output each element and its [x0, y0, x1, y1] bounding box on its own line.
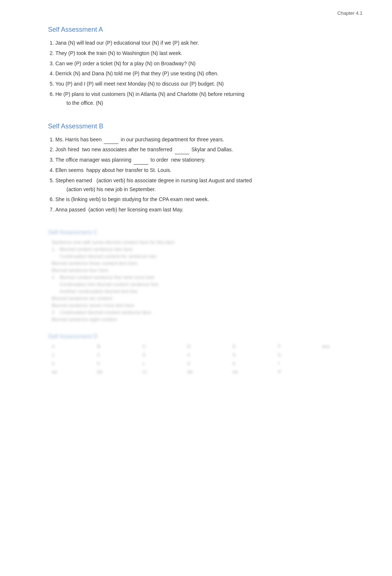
blurred-item: Continuation blurred content for sentenc…	[44, 253, 362, 259]
grid-item: bb	[97, 369, 135, 375]
grid-item: F	[278, 344, 314, 349]
section-b-title: Self Assessment B	[44, 123, 362, 130]
section-a: Self Assessment A Jana (N) will lead our…	[44, 26, 362, 108]
list-item: Stephen earned (action verb) his associa…	[55, 176, 362, 194]
grid-item: f	[278, 361, 314, 366]
grid-item: ff	[278, 369, 314, 375]
list-item: Jana (N) will lead our (P) educational t…	[55, 39, 362, 48]
blurred-grid: A B C D E F ans 1. 2. 3. 4. 5. 6. a b c …	[44, 344, 362, 375]
grid-item: 1.	[52, 352, 90, 358]
blurred-item: Sentence one with some blurred content h…	[44, 239, 362, 245]
grid-item: C	[142, 344, 180, 349]
grid-item: D	[187, 344, 225, 349]
section-b-list: Ms. Harris has been in our purchasing de…	[44, 135, 362, 214]
blurred-item: Blurred sentence four here	[44, 268, 362, 273]
blurred-item: Blurred sentence three content text here	[44, 261, 362, 266]
grid-item: a	[52, 361, 90, 366]
section-b: Self Assessment B Ms. Harris has been in…	[44, 123, 362, 214]
list-item: Ellen seems happy about her transfer to …	[55, 166, 362, 175]
blurred-item: Blurred sentence seven more text here	[44, 303, 362, 308]
list-item-continuation: (action verb) his new job in September.	[55, 185, 362, 194]
grid-item	[322, 369, 362, 375]
blurred-item: Continuation line blurred content senten…	[44, 282, 362, 287]
list-item-continuation: to the office. (N)	[55, 99, 362, 108]
grid-item	[322, 361, 362, 366]
grid-item: 5.	[233, 352, 271, 358]
list-item: Anna passed (action verb) her licensing …	[55, 206, 362, 214]
list-item: The office manager was planning to order…	[55, 156, 362, 165]
grid-item: cc	[142, 369, 180, 375]
list-item: He (P) plans to visit customers (N) in A…	[55, 90, 362, 108]
blurred-c-title: Self Assessment C	[44, 229, 362, 236]
blurred-d-title: Self Assessment D	[44, 333, 362, 340]
list-item: Can we (P) order a ticket (N) for a play…	[55, 59, 362, 68]
list-item: She is (linking verb) to begin studying …	[55, 195, 362, 204]
chapter-label: Chapter 4.1	[337, 10, 362, 16]
section-a-title: Self Assessment A	[44, 26, 362, 34]
grid-item	[322, 352, 362, 358]
section-a-list: Jana (N) will lead our (P) educational t…	[44, 39, 362, 108]
grid-item: e	[233, 361, 271, 366]
grid-item: E	[233, 344, 271, 349]
grid-item: ans	[322, 344, 362, 349]
chapter-header: Chapter 4.1	[337, 10, 362, 16]
grid-item: 4.	[187, 352, 225, 358]
list-item: Ms. Harris has been in our purchasing de…	[55, 135, 362, 144]
list-item: Derrick (N) and Dana (N) told me (P) tha…	[55, 69, 362, 78]
page: Chapter 4.1 Self Assessment A Jana (N) w…	[0, 0, 392, 576]
blurred-item: 2. Blurred content sentence five here mo…	[44, 275, 362, 280]
blurred-section-c: Self Assessment C Sentence one with some…	[44, 229, 362, 322]
list-item: They (P) took the train (N) to Washingto…	[55, 49, 362, 58]
grid-item: B	[97, 344, 135, 349]
blurred-item: Blurred sentence six content	[44, 296, 362, 301]
grid-item: 2.	[97, 352, 135, 358]
list-item: You (P) and I (P) will meet next Monday …	[55, 80, 362, 89]
blurred-item: Another continuation blurred text line	[44, 289, 362, 294]
list-item: Josh hired two new associates after he t…	[55, 145, 362, 154]
grid-item: ee	[233, 369, 271, 375]
grid-item: aa	[52, 369, 90, 375]
grid-item: A	[52, 344, 90, 349]
grid-item: d	[187, 361, 225, 366]
grid-item: 6.	[278, 352, 314, 358]
grid-item: 3.	[142, 352, 180, 358]
grid-item: c	[142, 361, 180, 366]
grid-item: b	[97, 361, 135, 366]
blurred-item: 3. Continuation blurred content sentence…	[44, 310, 362, 315]
blurred-item: Blurred sentence eight content	[44, 317, 362, 322]
grid-item: dd	[187, 369, 225, 375]
blurred-section-d: Self Assessment D A B C D E F ans 1. 2. …	[44, 333, 362, 375]
blurred-item: 1. Blurred content sentence two here	[44, 246, 362, 252]
